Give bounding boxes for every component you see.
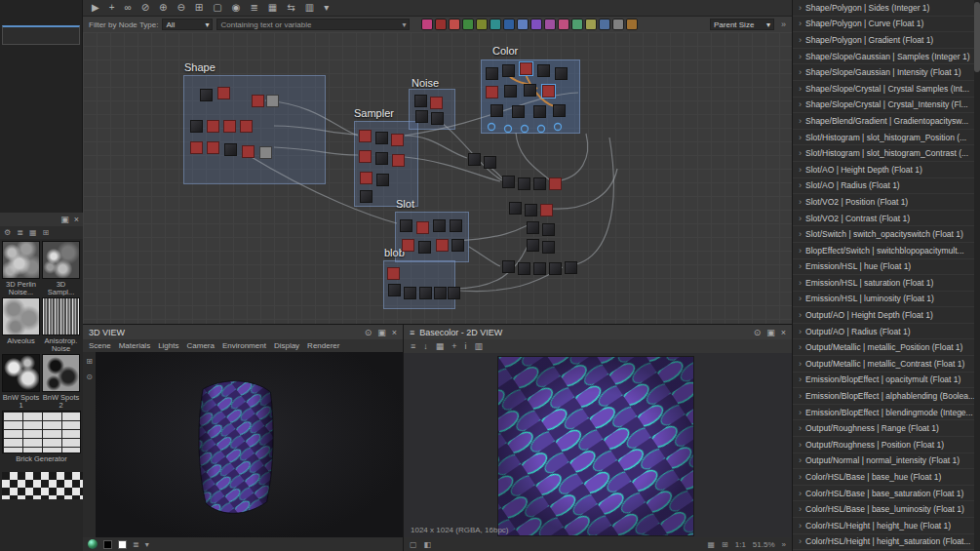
close-panel-icon[interactable]: × — [781, 328, 786, 337]
graph-node[interactable] — [533, 105, 546, 118]
param-row[interactable]: › Output/Metallic | metallic_Position (F… — [793, 339, 980, 356]
more-tools-icon[interactable]: ▾ — [324, 3, 329, 13]
graph-node[interactable] — [520, 62, 532, 75]
graph-node[interactable] — [490, 104, 503, 117]
graph-node[interactable] — [565, 261, 577, 274]
library-item[interactable] — [2, 472, 81, 499]
node-palette-swatch[interactable] — [462, 19, 474, 30]
graph-node[interactable] — [387, 267, 400, 280]
node-palette-swatch[interactable] — [626, 19, 638, 30]
param-row[interactable]: › Output/Roughness | Range (Float 1) — [793, 420, 980, 437]
caret-down-icon[interactable]: ▾ — [145, 540, 149, 549]
library-item[interactable]: Anisotrop. Noise — [42, 297, 80, 352]
node-palette-swatch[interactable] — [585, 19, 597, 30]
graph-node[interactable] — [217, 87, 230, 99]
view2d-header[interactable]: ≡ Basecolor - 2D VIEW ⊙ ▣ × — [404, 325, 792, 339]
param-row[interactable]: › BlopEffect/Switch | switchblopopacitym… — [793, 243, 980, 259]
left-panel-tab[interactable] — [2, 25, 80, 45]
graph-node[interactable] — [533, 262, 546, 275]
orbit-icon[interactable]: ⊙ — [86, 373, 93, 381]
param-row[interactable]: › Slot/Histogram | slot_histogram_Contra… — [793, 145, 980, 162]
graph-node[interactable] — [359, 130, 372, 142]
graph-node[interactable] — [542, 241, 555, 254]
graph-node[interactable] — [436, 239, 449, 252]
graph-node[interactable] — [553, 104, 566, 117]
param-row[interactable]: › Shape/Polygon | Curve (Float 1) — [793, 17, 980, 33]
graph-node[interactable] — [502, 260, 515, 273]
checker-thumbnail[interactable] — [2, 472, 85, 499]
graph-node[interactable] — [242, 145, 255, 158]
graph-node[interactable] — [486, 67, 498, 80]
display-options-icon[interactable]: ▥ — [305, 3, 314, 13]
graph-node[interactable] — [542, 223, 555, 236]
graph-node[interactable] — [400, 219, 412, 232]
unlink-icon[interactable]: ⊘ — [141, 3, 149, 13]
link-mode-icon[interactable]: ∞ — [125, 3, 132, 13]
graph-node[interactable] — [430, 97, 443, 109]
noise-thumbnail[interactable] — [42, 241, 80, 279]
graph-node[interactable] — [542, 85, 555, 98]
view3d-header[interactable]: 3D VIEW ⊙ ▣ × — [83, 325, 403, 339]
param-row[interactable]: › Emission/HSL | hue (Float 1) — [793, 259, 980, 276]
graph-node[interactable] — [527, 221, 539, 234]
graph-node[interactable] — [518, 177, 530, 190]
scrollbar-thumb[interactable] — [974, 2, 980, 72]
param-row[interactable]: › Slot/Histogram | slot_histogram_Positi… — [793, 130, 980, 146]
save-image-icon[interactable]: ↓ — [423, 341, 428, 351]
tiling-icon[interactable]: ▦ — [436, 341, 445, 351]
param-row[interactable]: › Emission/HSL | luminosity (Float 1) — [793, 292, 980, 308]
search-filter-select[interactable]: Containing text or variable ▾ — [216, 19, 410, 30]
scrollbar[interactable] — [974, 0, 980, 551]
float-panel-icon[interactable]: ▣ — [60, 215, 69, 224]
param-row[interactable]: › Emission/HSL | saturation (Float 1) — [793, 275, 980, 292]
param-row[interactable]: › Slot/VO2 | Contrast (Float 1) — [793, 211, 980, 227]
param-row[interactable]: › Slot/Switch | switch_opacityswitch (Fl… — [793, 226, 980, 243]
graph-node[interactable] — [360, 172, 372, 184]
graph-node[interactable] — [486, 86, 498, 98]
graph-node[interactable] — [518, 262, 530, 275]
background-black-swatch[interactable] — [103, 540, 112, 549]
menu-item[interactable]: Environment — [222, 341, 266, 350]
graph-node[interactable] — [224, 143, 237, 156]
actual-size-button[interactable]: 1:1 — [735, 540, 746, 549]
menu-item[interactable]: Scene — [89, 341, 111, 350]
material-preview-cylinder[interactable] — [159, 360, 313, 533]
graph-node[interactable] — [388, 284, 401, 296]
graph-node[interactable] — [504, 85, 517, 98]
library-item[interactable]: Alveolus — [2, 297, 40, 352]
tile-view-icon[interactable]: ▦ — [707, 540, 715, 549]
graph-node[interactable] — [512, 105, 525, 118]
pattern-thumbnail[interactable] — [2, 297, 40, 335]
toolbar-overflow-icon[interactable]: » — [781, 20, 786, 29]
library-item[interactable]: 3D Sampl... — [42, 241, 80, 295]
spots-thumbnail[interactable] — [2, 354, 40, 392]
graph-node[interactable] — [468, 153, 481, 166]
param-row[interactable]: › Shape/Polygon | Sides (Integer 1) — [793, 0, 980, 17]
graph-node[interactable] — [527, 239, 539, 252]
focus-icon[interactable]: ◉ — [232, 3, 241, 13]
graph-node[interactable] — [416, 221, 429, 234]
gear-icon[interactable]: ⚙ — [4, 228, 11, 237]
graph-node[interactable] — [448, 287, 460, 299]
param-row[interactable]: › Shape/Blend/Gradient | Gradientopacity… — [793, 113, 980, 130]
overflow-icon[interactable]: » — [782, 540, 786, 549]
graph-node[interactable] — [240, 120, 253, 133]
graph-node[interactable] — [402, 239, 414, 252]
node-palette-swatch[interactable] — [449, 19, 460, 30]
graph-node[interactable] — [484, 156, 496, 169]
param-row[interactable]: › Slot/AO | Height Depth (Float 1) — [793, 162, 980, 178]
graph-node[interactable] — [419, 287, 432, 299]
material-preview-icon[interactable] — [88, 539, 98, 549]
list-view-icon[interactable]: ≣ — [17, 228, 23, 237]
arrange-nodes-icon[interactable]: ≣ — [250, 3, 257, 13]
graph-node[interactable] — [266, 95, 279, 107]
graph-node[interactable] — [392, 154, 405, 167]
parent-size-select[interactable]: Parent Size ▾ — [710, 19, 774, 30]
select-tool-icon[interactable]: ▶ — [92, 3, 99, 13]
node-palette-swatch[interactable] — [530, 19, 542, 30]
node-palette-swatch[interactable] — [476, 19, 488, 30]
param-row[interactable]: › Emission/BlopEffect | blendingmode (In… — [793, 405, 980, 421]
graph-node[interactable] — [450, 219, 462, 232]
param-row[interactable]: › Output/AO | Height Depth (Float 1) — [793, 307, 980, 324]
graph-node[interactable] — [451, 239, 464, 252]
